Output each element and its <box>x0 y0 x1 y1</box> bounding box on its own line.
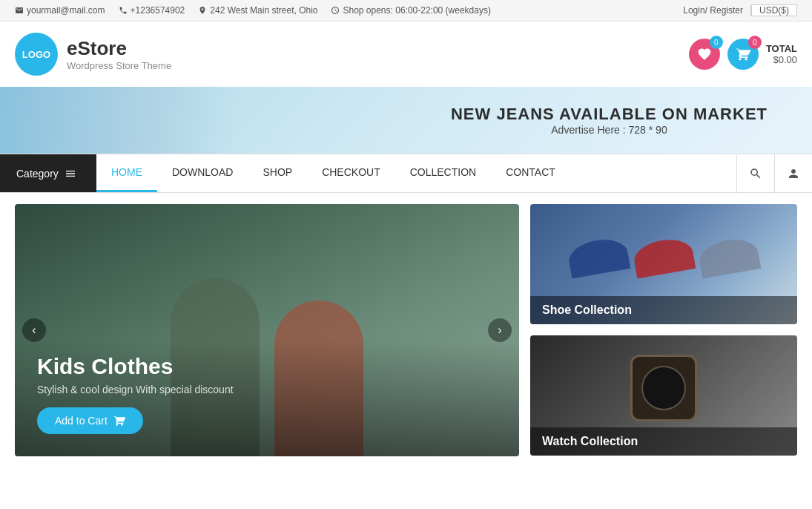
logo[interactable]: LOGO <box>15 33 58 76</box>
header: LOGO eStore Wordpress Store Theme 0 0 TO… <box>0 22 812 87</box>
shoe-blue <box>567 235 631 278</box>
nav-home[interactable]: HOME <box>96 154 157 192</box>
shoe-image <box>538 211 790 302</box>
shoe-panel[interactable]: Shoe Collection <box>530 204 797 324</box>
banner-title: NEW JEANS AVAILABLE ON MARKET <box>451 105 768 124</box>
login-register-link[interactable]: Login/ Register <box>676 5 751 16</box>
header-right: 0 0 TOTAL $0.00 <box>689 39 797 70</box>
total-area: TOTAL $0.00 <box>766 43 797 65</box>
topbar-email: yourmail@mail.com <box>15 5 105 16</box>
total-amount: $0.00 <box>766 54 797 65</box>
logo-area: LOGO eStore Wordpress Store Theme <box>15 33 171 76</box>
search-button[interactable] <box>736 154 774 192</box>
shoe-red <box>632 235 696 278</box>
user-button[interactable] <box>774 154 812 192</box>
navbar: Category HOME DOWNLOAD SHOP CHECKOUT COL… <box>0 154 812 193</box>
total-label: TOTAL <box>766 43 797 54</box>
slider: ‹ › Kids Clothes Stylish & cool design W… <box>15 204 519 456</box>
right-panels: Shoe Collection Watch Collection <box>530 204 797 456</box>
topbar-left: yourmail@mail.com +1236574902 242 West M… <box>15 5 491 16</box>
nav-icons <box>736 154 812 192</box>
banner-text: NEW JEANS AVAILABLE ON MARKET Advertise … <box>451 105 768 136</box>
banner: NEW JEANS AVAILABLE ON MARKET Advertise … <box>0 87 812 154</box>
cart-button[interactable]: 0 <box>727 39 759 70</box>
store-info: eStore Wordpress Store Theme <box>67 37 171 71</box>
wishlist-badge: 0 <box>710 36 723 49</box>
topbar-address: 242 West Main street, Ohio <box>198 5 317 16</box>
nav-links: HOME DOWNLOAD SHOP CHECKOUT COLLECTION C… <box>96 154 736 192</box>
watch-face <box>630 355 697 421</box>
topbar-hours: Shop opens: 06:00-22:00 (weekdays) <box>331 5 490 16</box>
wishlist-button[interactable]: 0 <box>689 39 720 70</box>
banner-image <box>0 87 237 154</box>
slide-title: Kids Clothes <box>37 354 497 379</box>
nav-checkout[interactable]: CHECKOUT <box>307 154 395 192</box>
slider-overlay: Kids Clothes Stylish & cool design With … <box>15 339 519 456</box>
cart-badge: 0 <box>748 36 762 49</box>
watch-panel-label: Watch Collection <box>530 427 797 456</box>
main-content: ‹ › Kids Clothes Stylish & cool design W… <box>0 193 812 467</box>
watch-dial <box>641 366 686 410</box>
watch-image <box>538 343 790 433</box>
topbar-phone: +1236574902 <box>119 5 185 16</box>
nav-collection[interactable]: COLLECTION <box>395 154 491 192</box>
banner-subtitle: Advertise Here : 728 * 90 <box>451 124 768 136</box>
shoe-gray <box>697 235 762 278</box>
category-label: Category <box>16 168 59 180</box>
store-tagline: Wordpress Store Theme <box>67 60 171 71</box>
nav-contact[interactable]: CONTACT <box>491 154 570 192</box>
nav-shop[interactable]: SHOP <box>248 154 307 192</box>
shoe-panel-label: Shoe Collection <box>530 296 797 324</box>
topbar: yourmail@mail.com +1236574902 242 West M… <box>0 0 812 22</box>
slide-subtitle: Stylish & cool design With special disco… <box>37 384 497 395</box>
store-name: eStore <box>67 37 171 60</box>
nav-download[interactable]: DOWNLOAD <box>157 154 248 192</box>
currency-selector[interactable]: USD($) <box>751 4 797 16</box>
add-to-cart-button[interactable]: Add to Cart <box>37 407 143 434</box>
category-button[interactable]: Category <box>0 154 96 192</box>
watch-panel[interactable]: Watch Collection <box>530 335 797 456</box>
topbar-right: Login/ Register USD($) <box>676 4 797 16</box>
